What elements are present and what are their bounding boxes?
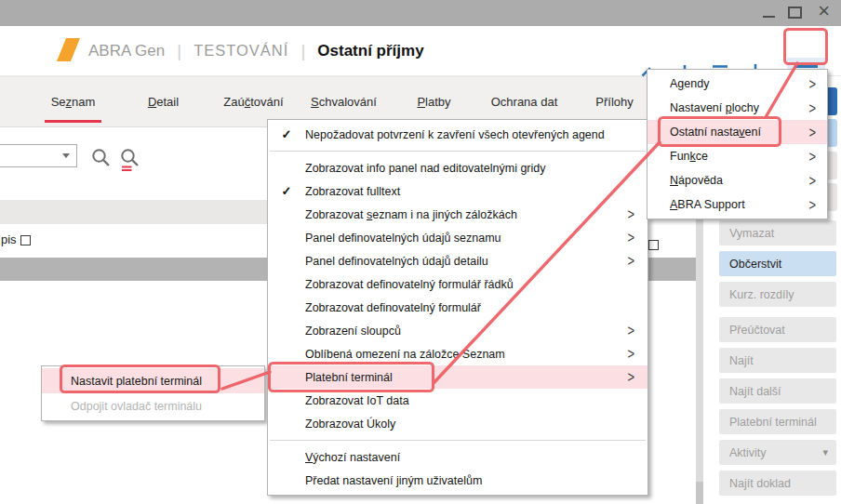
- menu-item-zobrazovat-iot-data[interactable]: Zobrazovat IoT data: [268, 389, 647, 412]
- sidebar-button-platebni-terminal[interactable]: Platební terminál: [719, 409, 836, 434]
- sidebar-button-vymazat[interactable]: Vymazat: [719, 220, 836, 245]
- minimize-icon[interactable]: [763, 16, 775, 18]
- tab-detail[interactable]: Detail: [118, 77, 208, 126]
- label: Občerstvit: [729, 258, 781, 271]
- submenu-chevron-icon: >: [627, 252, 647, 270]
- label: Nepožadovat potvrzení k zavření všech ot…: [305, 128, 605, 141]
- fulltext-search-icon[interactable]: [119, 147, 141, 172]
- search-icon[interactable]: [90, 147, 113, 172]
- abra-logo-icon: [57, 38, 80, 61]
- grid-column-header: pis: [1, 232, 17, 246]
- label: Funkce: [670, 150, 708, 163]
- page-title: Ostatní příjmy: [317, 42, 423, 60]
- menu-item-nastaveni-plochy[interactable]: Nastavení plochy>: [647, 96, 827, 120]
- label: Odpojit ovladač terminálu: [71, 400, 202, 413]
- search-combobox[interactable]: [0, 144, 77, 167]
- label: Oblíbená omezení na záložce Seznam: [305, 348, 505, 361]
- label: Kurz. rozdíly: [729, 288, 794, 301]
- menu-item-panel-definovatelnych-udaju-seznamu[interactable]: Panel definovatelných údajů seznamu>: [268, 226, 647, 249]
- column-checkbox[interactable]: [20, 235, 31, 245]
- menu-item-zobrazovat-seznam-i-na-jinych-zalozkach[interactable]: Zobrazovat seznam i na jiných záložkách>: [268, 203, 647, 226]
- label: Zobrazovat definovatelný formulář řádků: [305, 278, 514, 291]
- label: Zobrazovat info panel nad editovatelnými…: [305, 162, 545, 175]
- menu-item-zobrazovat-fulltext[interactable]: ✓Zobrazovat fulltext: [268, 179, 647, 203]
- menu-item-nastavit-platebni-terminal[interactable]: Nastavit platební terminál: [42, 368, 264, 393]
- label: Zaúčtování: [223, 95, 283, 109]
- label: Přeúčtovat: [729, 324, 785, 337]
- close-icon[interactable]: ×: [818, 0, 830, 23]
- menu-item-nepozadovat-potvrzeni-k-zavreni-vsech-otevrenych-agend[interactable]: ✓Nepožadovat potvrzení k zavření všech o…: [268, 123, 647, 146]
- menu-item-oblibena-omezeni-na-zalozce-seznam[interactable]: Oblíbená omezení na záložce Seznam>: [268, 342, 647, 365]
- sidebar-button-kurz-rozdily[interactable]: Kurz. rozdíly: [719, 282, 836, 307]
- menu-item-zobrazovat-definovatelny-formular-radku[interactable]: Zobrazovat definovatelný formulář řádků: [268, 272, 647, 296]
- label: Panel definovatelných údajů seznamu: [305, 232, 501, 245]
- menu-item-panel-definovatelnych-udaju-detailu[interactable]: Panel definovatelných údajů detailu>: [268, 249, 647, 272]
- label: Zobrazovat seznam i na jiných záložkách: [305, 208, 517, 221]
- label: Agendy: [670, 77, 709, 90]
- label: Přílohy: [595, 95, 633, 109]
- label: ABRA Support: [670, 198, 745, 211]
- sidebar-button-obcerstvit[interactable]: Občerstvit: [719, 251, 836, 276]
- submenu-chevron-icon: >: [627, 322, 647, 339]
- label: Najít další: [729, 385, 781, 398]
- menu-item-zobrazovat-info-panel-nad-editovatelnymi-gridy[interactable]: Zobrazovat info panel nad editovatelnými…: [268, 156, 647, 179]
- submenu-chevron-icon: >: [627, 206, 647, 223]
- sidebar-button-najit-doklad[interactable]: Najít doklad: [719, 471, 836, 496]
- header-separator: |: [177, 41, 181, 61]
- submenu-chevron-icon: >: [627, 345, 647, 363]
- menu-item-zobrazovat-ukoly[interactable]: Zobrazovat Úkoly: [268, 412, 647, 435]
- menu-separator: [270, 440, 646, 441]
- label: Seznam: [51, 95, 96, 109]
- grid-filter-band: [0, 200, 270, 224]
- menu-item-predat-nastaveni-jinym-uzivatelum[interactable]: Předat nastavení jiným uživatelům: [268, 469, 647, 492]
- sidebar-button-najit-dalsi[interactable]: Najít další: [719, 378, 836, 404]
- submenu-chevron-icon: >: [808, 196, 827, 214]
- menu-item-funkce[interactable]: Funkce>: [647, 144, 827, 168]
- sidebar-button-preuctovat[interactable]: Přeúčtovat: [719, 317, 836, 342]
- sidebar-button-najit[interactable]: Najít: [719, 348, 836, 373]
- label: Zobrazovat definovatelný formulář: [305, 301, 481, 314]
- menu-item-ostatni-nastaveni[interactable]: Ostatní nastavení>: [647, 120, 827, 144]
- tab-seznam[interactable]: Seznam: [28, 77, 118, 126]
- main-context-menu: ✓Nepožadovat potvrzení k zavření všech o…: [267, 119, 648, 496]
- payment-terminal-submenu: Nastavit platební terminálOdpojit ovlada…: [41, 365, 265, 421]
- menu-item-platebni-terminal[interactable]: Platební terminál>: [268, 365, 647, 389]
- hamburger-dropdown-menu: Agendy>Nastavení plochy>Ostatní nastaven…: [647, 69, 828, 219]
- label: Schvalování: [311, 95, 377, 109]
- column-checkbox[interactable]: [648, 240, 659, 250]
- submenu-chevron-icon: >: [808, 99, 827, 117]
- label: Nastavení plochy: [670, 101, 759, 114]
- submenu-chevron-icon: >: [808, 148, 827, 166]
- sidebar-button-aktivity[interactable]: Aktivity▾: [719, 440, 836, 465]
- label: Platby: [417, 95, 450, 109]
- submenu-chevron-icon: >: [808, 172, 827, 190]
- menu-item-agendy[interactable]: Agendy>: [647, 72, 827, 96]
- chevron-down-icon: [62, 153, 70, 158]
- submenu-chevron-icon: >: [627, 368, 647, 386]
- submenu-chevron-icon: >: [627, 229, 647, 246]
- menu-item-vychozi-nastaveni[interactable]: Výchozí nastavení: [268, 445, 647, 469]
- dropdown-arrow-icon: ▾: [822, 446, 828, 458]
- label: Zobrazovat fulltext: [305, 185, 400, 198]
- check-icon: ✓: [268, 127, 305, 141]
- label: Detail: [148, 95, 179, 109]
- label: Nastavit platební terminál: [71, 375, 202, 388]
- label: Platební terminál: [729, 416, 817, 429]
- label: Panel definovatelných údajů detailu: [305, 255, 488, 268]
- label: Ochrana dat: [491, 95, 558, 109]
- label: Nápověda: [670, 174, 723, 187]
- label: Vymazat: [729, 227, 774, 240]
- environment-label: TESTOVÁNÍ: [194, 42, 288, 60]
- menu-item-zobrazeni-sloupcu[interactable]: Zobrazení sloupců>: [268, 319, 647, 342]
- menu-item-zobrazovat-definovatelny-formular[interactable]: Zobrazovat definovatelný formulář: [268, 296, 647, 319]
- label: Zobrazovat Úkoly: [305, 418, 395, 431]
- label: Výchozí nastavení: [305, 451, 400, 464]
- maximize-icon[interactable]: [788, 7, 802, 19]
- menu-item-napoveda[interactable]: Nápověda>: [647, 168, 827, 192]
- label: Najít: [729, 354, 754, 367]
- submenu-chevron-icon: >: [808, 75, 827, 93]
- label: Zobrazovat IoT data: [305, 394, 409, 407]
- menu-item-abra-support[interactable]: ABRA Support>: [647, 192, 827, 217]
- header-separator: |: [300, 41, 305, 61]
- menu-item-odpojit-ovladac-terminalu[interactable]: Odpojit ovladač terminálu: [42, 393, 264, 418]
